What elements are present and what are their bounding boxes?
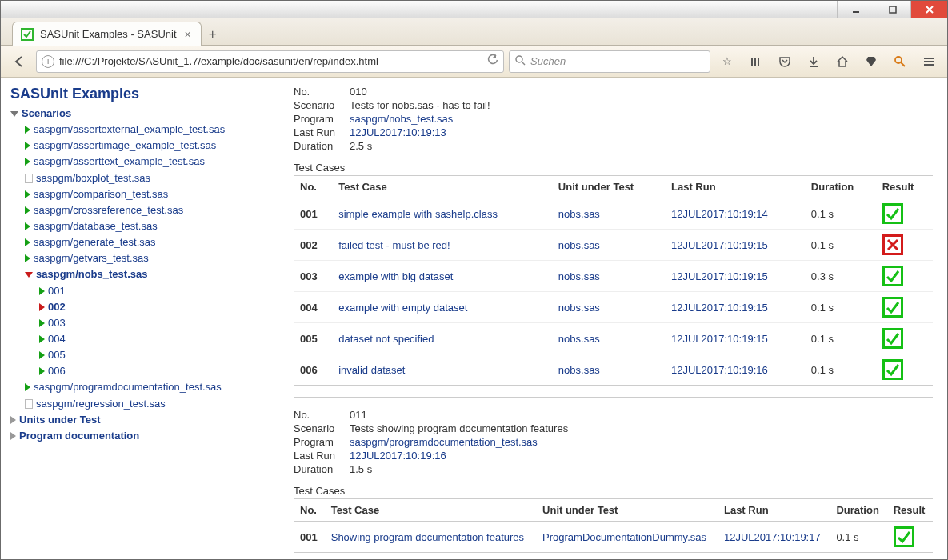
window-maximize-button[interactable]: [874, 1, 910, 18]
search-bar[interactable]: Suchen: [509, 50, 710, 73]
lastrun-link[interactable]: 12JUL2017:10:19:14: [671, 208, 768, 220]
site-info-icon[interactable]: i: [42, 55, 54, 68]
case-link[interactable]: failed test - must be red!: [338, 239, 450, 251]
tree-scenarios[interactable]: Scenarios: [10, 106, 269, 122]
tree-item[interactable]: saspgm/generate_test.sas: [25, 234, 269, 250]
tree-item[interactable]: saspgm/assertimage_example_test.sas: [25, 138, 269, 154]
menu-button[interactable]: [917, 50, 941, 74]
bookmark-button[interactable]: ☆: [715, 50, 739, 74]
tree-item[interactable]: saspgm/getvars_test.sas: [25, 250, 269, 266]
tree-item[interactable]: 001: [39, 283, 269, 299]
pass-icon: [25, 206, 30, 214]
unit-link[interactable]: nobs.sas: [558, 208, 600, 220]
lastrun-link[interactable]: 12JUL2017:10:19:17: [724, 531, 821, 543]
tree-item[interactable]: saspgm/boxplot_test.sas: [25, 170, 269, 186]
unit-link[interactable]: nobs.sas: [558, 333, 600, 345]
result-pass-icon: [882, 203, 903, 224]
svg-line-5: [522, 62, 525, 65]
case-link[interactable]: invalid dataset: [338, 364, 405, 376]
table-row: 001 Showing program documentation featur…: [294, 522, 933, 553]
tab-favicon-icon: [21, 28, 34, 41]
tree-scenarios-label: Scenarios: [22, 106, 71, 122]
lastrun-link[interactable]: 12JUL2017:10:19:15: [671, 302, 768, 314]
unit-link[interactable]: ProgramDocumentationDummy.sas: [542, 531, 706, 543]
fail-icon: [39, 303, 45, 311]
case-link[interactable]: simple example with sashelp.class: [338, 208, 498, 220]
search-placeholder: Suchen: [530, 55, 566, 67]
meta-key: Scenario: [294, 99, 350, 111]
col-header: No.: [294, 176, 332, 198]
tree-item[interactable]: saspgm/database_test.sas: [25, 218, 269, 234]
tree-progdoc[interactable]: Program documentation: [10, 428, 269, 444]
tree-item-label: saspgm/programdocumentation_test.sas: [34, 379, 222, 395]
case-link[interactable]: dataset not specified: [338, 333, 434, 345]
tree-item-label: 001: [48, 283, 66, 299]
home-button[interactable]: [830, 50, 854, 74]
case-number: 004: [294, 292, 332, 323]
testcases-heading: Test Cases: [294, 485, 933, 497]
reload-button[interactable]: [487, 54, 498, 68]
tab-close-button[interactable]: ×: [183, 28, 193, 41]
fail-open-icon: [25, 272, 33, 278]
tree-item[interactable]: saspgm/nobs_test.sas: [25, 266, 269, 282]
tree-item[interactable]: 004: [39, 331, 269, 347]
new-tab-button[interactable]: +: [202, 24, 224, 45]
address-bar[interactable]: i file:///C:/Projekte/SASUnit_1.7/exampl…: [36, 50, 504, 73]
pass-icon: [25, 383, 30, 391]
lastrun-link[interactable]: 12JUL2017:10:19:16: [671, 364, 768, 376]
unit-link[interactable]: nobs.sas: [558, 364, 600, 376]
downloads-button[interactable]: [802, 50, 826, 74]
meta-value[interactable]: 12JUL2017:10:19:16: [350, 450, 933, 462]
tree-item-label: saspgm/asserttext_example_test.sas: [34, 154, 205, 170]
meta-value[interactable]: 12JUL2017:10:19:13: [350, 126, 933, 138]
unit-link[interactable]: nobs.sas: [558, 239, 600, 251]
meta-value[interactable]: saspgm/programdocumentation_test.sas: [350, 436, 933, 448]
find-button[interactable]: [888, 50, 912, 74]
tree-item[interactable]: 003: [39, 315, 269, 331]
browser-tab[interactable]: SASUnit Examples - SASUnit ×: [12, 22, 202, 46]
lastrun-link[interactable]: 12JUL2017:10:19:15: [671, 333, 768, 345]
nav-tree: Scenarios saspgm/assertexternal_example_…: [10, 106, 269, 444]
lastrun-link[interactable]: 12JUL2017:10:19:15: [671, 239, 768, 251]
case-link[interactable]: example with big dataset: [338, 270, 453, 282]
col-header: Test Case: [332, 176, 552, 198]
meta-key: Program: [294, 436, 350, 448]
case-number: 001: [294, 198, 332, 230]
library-button[interactable]: [744, 50, 768, 74]
unit-link[interactable]: nobs.sas: [558, 270, 600, 282]
tree-item[interactable]: saspgm/asserttext_example_test.sas: [25, 154, 269, 170]
tree-units[interactable]: Units under Test: [10, 412, 269, 428]
table-row: 001 simple example with sashelp.class no…: [294, 198, 933, 230]
sidebar: SASUnit Examples Scenarios saspgm/assert…: [1, 78, 274, 559]
case-duration: 0.1 s: [805, 230, 876, 261]
tree-item[interactable]: saspgm/comparison_test.sas: [25, 186, 269, 202]
pocket-button[interactable]: [773, 50, 797, 74]
meta-value[interactable]: saspgm/nobs_test.sas: [350, 113, 933, 125]
tree-item[interactable]: 002: [39, 299, 269, 315]
unit-link[interactable]: nobs.sas: [558, 302, 600, 314]
tree-item-label: 003: [48, 315, 66, 331]
tree-item[interactable]: saspgm/assertexternal_example_test.sas: [25, 122, 269, 138]
table-row: 002 failed test - must be red! nobs.sas …: [294, 230, 933, 261]
tree-item[interactable]: saspgm/crossreference_test.sas: [25, 202, 269, 218]
expand-closed-icon: [10, 416, 16, 424]
tree-item[interactable]: saspgm/programdocumentation_test.sas: [25, 379, 269, 395]
col-header: Duration: [830, 499, 886, 522]
window-minimize-button[interactable]: [837, 1, 874, 18]
case-link[interactable]: example with empty dataset: [338, 302, 467, 314]
case-number: 002: [294, 230, 332, 261]
tree-item[interactable]: 006: [39, 363, 269, 379]
tree-units-label: Units under Test: [19, 412, 101, 428]
tree-item[interactable]: 005: [39, 347, 269, 363]
testcases-table: No.Test CaseUnit under TestLast RunDurat…: [294, 175, 933, 386]
back-button[interactable]: [7, 50, 31, 74]
main-panel[interactable]: No.010ScenarioTests for nobs.sas - has t…: [274, 78, 947, 559]
window-close-button[interactable]: [910, 1, 947, 18]
testcases-heading: Test Cases: [294, 162, 933, 174]
window-titlebar: [1, 1, 947, 18]
addon-button[interactable]: [859, 50, 883, 74]
case-link[interactable]: Showing program documentation features: [331, 531, 524, 543]
lastrun-link[interactable]: 12JUL2017:10:19:15: [671, 270, 768, 282]
tree-item[interactable]: saspgm/regression_test.sas: [25, 396, 269, 412]
tree-item-label: saspgm/getvars_test.sas: [34, 250, 149, 266]
